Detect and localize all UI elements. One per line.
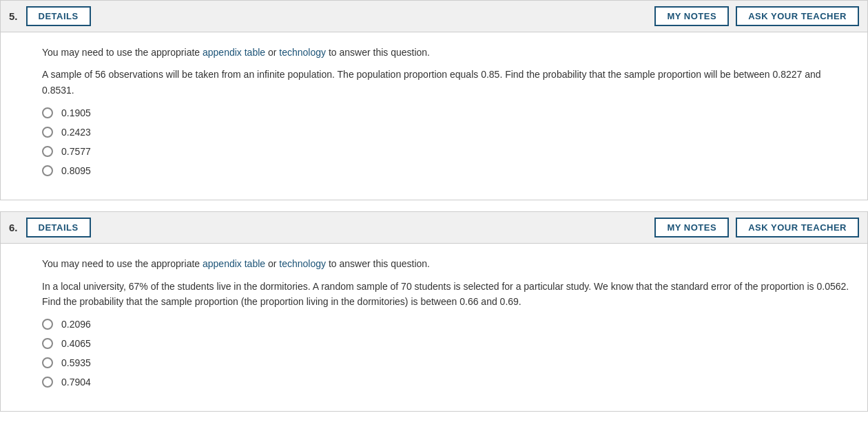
my-notes-button-6[interactable]: MY NOTES	[654, 218, 729, 237]
options-list-6: 0.2096 0.4065 0.5935 0.7904	[42, 319, 851, 388]
ask-teacher-button-6[interactable]: ASK YOUR TEACHER	[736, 218, 859, 237]
option-label-5-0: 0.1905	[61, 107, 91, 118]
question-header-5: 5. DETAILS MY NOTES ASK YOUR TEACHER	[1, 1, 867, 32]
header-actions-5: MY NOTES ASK YOUR TEACHER	[654, 6, 859, 26]
option-radio-5-0[interactable]	[42, 107, 53, 118]
question-block-6: 6. DETAILS MY NOTES ASK YOUR TEACHER You…	[0, 211, 868, 412]
option-radio-5-3[interactable]	[42, 165, 53, 176]
options-list-5: 0.1905 0.2423 0.7577 0.8095	[42, 107, 851, 176]
option-radio-6-2[interactable]	[42, 357, 53, 368]
option-radio-6-3[interactable]	[42, 377, 53, 388]
details-button-6[interactable]: DETAILS	[26, 218, 91, 237]
question-content-6: You may need to use the appropriate appe…	[1, 244, 867, 411]
question-block-5: 5. DETAILS MY NOTES ASK YOUR TEACHER You…	[0, 0, 868, 200]
header-actions-6: MY NOTES ASK YOUR TEACHER	[654, 218, 859, 237]
question-header-6: 6. DETAILS MY NOTES ASK YOUR TEACHER	[1, 212, 867, 244]
technology-link-5[interactable]: technology	[279, 47, 326, 58]
appendix-table-link-6[interactable]: appendix table	[203, 258, 265, 269]
option-item-5-1: 0.2423	[42, 127, 851, 138]
option-radio-6-1[interactable]	[42, 338, 53, 349]
intro-text-5: You may need to use the appropriate appe…	[42, 45, 851, 60]
question-text-5: A sample of 56 observations will be take…	[42, 67, 851, 98]
option-item-6-3: 0.7904	[42, 377, 851, 388]
option-item-5-2: 0.7577	[42, 146, 851, 157]
technology-link-6[interactable]: technology	[279, 258, 326, 269]
option-item-6-0: 0.2096	[42, 319, 851, 330]
question-text-6: In a local university, 67% of the studen…	[42, 279, 851, 310]
option-radio-5-2[interactable]	[42, 146, 53, 157]
option-label-6-2: 0.5935	[61, 357, 91, 368]
option-label-6-1: 0.4065	[61, 338, 91, 349]
option-label-5-1: 0.2423	[61, 127, 91, 138]
question-number-6: 6.	[9, 222, 18, 233]
option-label-5-3: 0.8095	[61, 165, 91, 176]
ask-teacher-button-5[interactable]: ASK YOUR TEACHER	[736, 6, 859, 26]
option-item-6-1: 0.4065	[42, 338, 851, 349]
question-number-5: 5.	[9, 10, 18, 22]
option-label-6-0: 0.2096	[61, 319, 91, 330]
option-label-6-3: 0.7904	[61, 377, 91, 388]
option-item-5-0: 0.1905	[42, 107, 851, 118]
option-item-5-3: 0.8095	[42, 165, 851, 176]
page-wrapper: 5. DETAILS MY NOTES ASK YOUR TEACHER You…	[0, 0, 868, 412]
option-item-6-2: 0.5935	[42, 357, 851, 368]
option-label-5-2: 0.7577	[61, 146, 91, 157]
details-button-5[interactable]: DETAILS	[26, 6, 91, 26]
question-content-5: You may need to use the appropriate appe…	[1, 32, 867, 200]
option-radio-5-1[interactable]	[42, 127, 53, 138]
intro-text-6: You may need to use the appropriate appe…	[42, 256, 851, 271]
my-notes-button-5[interactable]: MY NOTES	[654, 6, 729, 26]
option-radio-6-0[interactable]	[42, 319, 53, 330]
appendix-table-link-5[interactable]: appendix table	[203, 47, 265, 58]
